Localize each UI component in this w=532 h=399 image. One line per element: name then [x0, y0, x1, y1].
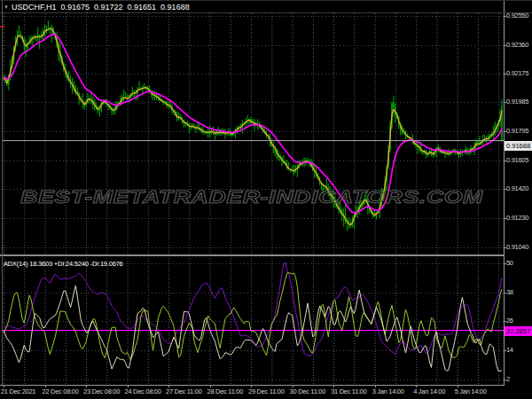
time-tick-label: 31 Dec 11:00 [331, 387, 366, 395]
indicator-tick-label: 26 [506, 317, 513, 325]
price-tick-label: 0.91420 [506, 184, 528, 192]
time-tick-label: 29 Dec 11:00 [248, 387, 284, 395]
indicator-line-plus-di [4, 273, 502, 360]
ohlc-close: 0.91688 [160, 3, 190, 12]
price-tick-label: 0.92175 [506, 69, 528, 77]
ohlc-high: 0.91722 [94, 3, 123, 12]
time-tick-label: 28 Dec 11:00 [207, 387, 243, 395]
price-tick-label: 0.91605 [506, 156, 528, 164]
time-tick-label: 23 Dec 08:00 [83, 387, 120, 395]
indicator-tick-label: 14 [506, 346, 513, 354]
symbol-title: USDCHF,H1 [12, 3, 57, 12]
price-tick-label: 0.92360 [506, 41, 528, 49]
price-tick-label: 0.91795 [506, 127, 528, 135]
price-tick-label: 0.92550 [506, 12, 528, 20]
indicator-tick-label: 2 [506, 375, 510, 383]
current-price-box: 0.91688 [505, 141, 532, 151]
indicator-label: ADX(14) 18.3603 +DI:24.5240 -DI:19.0676 [4, 260, 123, 268]
indicator-line-minus-di [4, 286, 502, 371]
time-tick-label: 5 Jan 14:00 [455, 387, 487, 395]
price-tick-label: 0.91230 [506, 214, 528, 222]
time-tick-label: 24 Dec 08:00 [125, 387, 161, 395]
time-tick-label: 4 Jan 14:00 [413, 387, 445, 395]
time-tick-label: 27 Dec 11:00 [166, 387, 201, 395]
price-tick-label: 0.91985 [506, 98, 528, 106]
indicator-tick-label: 38 [506, 288, 513, 296]
ohlc-open: 0.91675 [60, 3, 90, 12]
time-tick-label: 21 Dec 2021 [1, 387, 35, 395]
watermark: BEST-METATRADER-INDICATORS.COM [0, 187, 532, 207]
price-tick-label: 0.91040 [506, 243, 528, 251]
symbol-dropdown-icon[interactable]: ▼ [4, 4, 9, 10]
time-tick-label: 30 Dec 11:00 [290, 387, 325, 395]
ohlc-low: 0.91651 [128, 3, 157, 12]
chart-header: ▼USDCHF,H10.916750.917220.916510.91688 [4, 3, 190, 12]
time-tick-label: 22 Dec 08:00 [43, 387, 79, 395]
mt4-chart-window: BEST-METATRADER-INDICATORS.COM ▼USDCHF,H… [0, 0, 532, 399]
indicator-level-box: 22.2857 [505, 326, 532, 336]
indicator-lines [3, 262, 504, 372]
indicator-tick-label: 50 [506, 259, 513, 267]
time-tick-label: 3 Jan 14:00 [372, 387, 404, 395]
